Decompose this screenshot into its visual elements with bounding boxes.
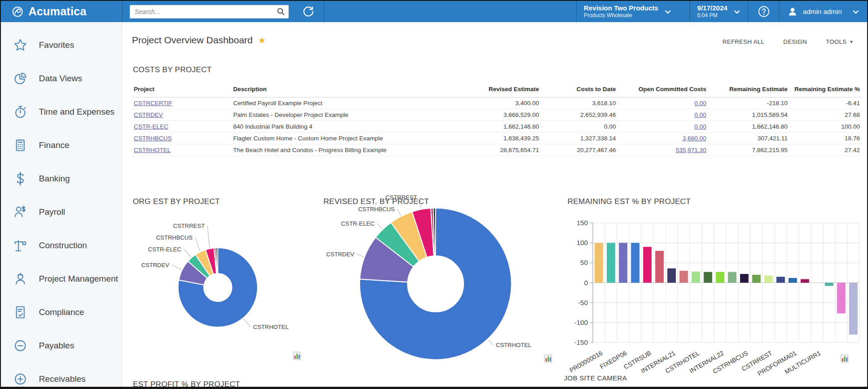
sidebar-item-payroll[interactable]: Payroll: [1, 195, 122, 229]
sidebar-item-payables[interactable]: Payables: [1, 329, 122, 362]
tenant-menu[interactable]: Revision Two Products Products Wholesale: [577, 1, 690, 22]
user-name: admin admin: [803, 8, 842, 15]
plus-circle-icon: [13, 371, 28, 387]
chart-type-icon[interactable]: [544, 354, 553, 363]
minus-circle-icon: [13, 338, 28, 353]
col-header-project: Project: [132, 83, 231, 97]
chart-type-icon[interactable]: [293, 352, 301, 361]
worker-icon: [13, 271, 28, 287]
svg-text:CSTRREST: CSTRREST: [173, 222, 205, 229]
sidebar-item-receivables[interactable]: Receivables: [1, 362, 122, 387]
svg-text:CSTRDEV: CSTRDEV: [326, 251, 354, 258]
tools-label: TOOLS: [826, 38, 847, 45]
calculator-icon: [13, 138, 28, 153]
help-button[interactable]: [748, 1, 779, 22]
table-row: CSTRCERTIFCertified Payroll Example Proj…: [132, 97, 862, 109]
user-menu[interactable]: admin admin: [779, 1, 867, 22]
svg-text:CSTRHOTEL: CSTRHOTEL: [496, 342, 531, 348]
project-link[interactable]: CSTRDEV: [134, 111, 163, 118]
svg-text:CSTR-ELEC: CSTR-ELEC: [341, 220, 375, 227]
table-row: CSTRHOTELThe Beach Hotel and Condos - Pr…: [132, 144, 862, 156]
tools-button[interactable]: TOOLS ▼: [826, 38, 854, 45]
revised-est-donut-chart[interactable]: CSTRHOTELCSTRDEVCSTR-ELECCSTRHBCUSCSTRRE…: [319, 203, 567, 370]
design-button[interactable]: DESIGN: [784, 38, 807, 45]
chevron-down-icon: ▼: [849, 40, 854, 44]
dashboard-content: Project Overview Dashboard ★ REFRESH ALL…: [122, 22, 867, 387]
svg-text:CSTRHBCUS: CSTRHBCUS: [156, 234, 192, 241]
col-header-costs-to-date: Costs to Date: [541, 83, 618, 97]
sidebar-item-data-views[interactable]: Data Views: [1, 62, 122, 95]
table-header-row: Project Description Revised Estimate Cos…: [132, 83, 862, 97]
clock-history-icon: [302, 5, 314, 18]
search-input[interactable]: [130, 5, 289, 19]
col-header-remaining-estimate: Remaining Estimate: [708, 83, 789, 97]
sidebar-item-label: Payables: [39, 341, 74, 351]
col-header-revised-estimate: Revised Estimate: [430, 83, 541, 97]
tenant-sub: Products Wholesale: [584, 12, 658, 19]
chevron-down-icon: [853, 8, 859, 16]
sidebar-item-label: Banking: [39, 174, 70, 184]
sidebar-item-label: Construction: [39, 241, 87, 250]
remaining-est-bar-chart[interactable]: 150100500-50-100-150PR00000016FIXEDP06CS…: [565, 199, 868, 389]
tenant-name: Revision Two Products: [584, 4, 658, 13]
org-est-donut-chart[interactable]: CSTRHOTELCSTRDEVCSTR-ELECCSTRHBCUSCSTRRE…: [126, 204, 315, 352]
sidebar-item-label: Time and Expenses: [39, 107, 114, 117]
sidebar-item-favorites[interactable]: Favorites: [1, 28, 122, 62]
open-committed-link[interactable]: 3,680.00: [682, 135, 706, 142]
open-committed-link[interactable]: 535,971.30: [676, 147, 706, 153]
dollar-icon: [13, 171, 28, 186]
sidebar-item-construction[interactable]: Construction: [1, 229, 122, 262]
refresh-all-button[interactable]: REFRESH ALL: [723, 38, 765, 45]
open-committed-link[interactable]: 0.00: [694, 100, 706, 107]
costs-widget-title: COSTS BY PROJECT: [133, 65, 212, 74]
table-row: CSTR-ELEC840 Industrial Park Building 41…: [132, 120, 862, 132]
sidebar-item-time-and-expenses[interactable]: Time and Expenses: [1, 95, 122, 129]
sidebar-item-label: Favorites: [39, 40, 74, 50]
sidebar: Favorites Data Views Time and Expenses: [1, 22, 122, 387]
svg-text:CSTRHBCUS: CSTRHBCUS: [358, 206, 395, 213]
open-committed-link[interactable]: 0.00: [694, 123, 706, 130]
business-date-menu[interactable]: 9/17/2024 5:04 PM: [690, 1, 748, 22]
table-row: CSTRHBCUSFlagler Custom Home - Custom Ho…: [132, 132, 862, 144]
business-time: 5:04 PM: [697, 12, 727, 19]
svg-text:-150: -150: [574, 338, 588, 346]
open-committed-link[interactable]: 0.00: [694, 111, 706, 118]
recent-history-button[interactable]: [292, 1, 324, 22]
business-date: 9/17/2024: [697, 4, 727, 13]
svg-text:CSTR-ELEC: CSTR-ELEC: [148, 246, 182, 253]
favorite-star-icon[interactable]: ★: [258, 35, 266, 46]
sidebar-item-label: Data Views: [39, 74, 82, 83]
project-link[interactable]: CSTRCERTIF: [134, 100, 172, 107]
crane-icon: [13, 238, 28, 253]
svg-text:CSTRDEV: CSTRDEV: [141, 262, 169, 269]
svg-text:CSTRREST: CSTRREST: [385, 194, 417, 201]
help-icon: [758, 5, 770, 18]
costs-by-project-table: Project Description Revised Estimate Cos…: [132, 83, 862, 156]
acumatica-logo[interactable]: Acumatica: [1, 1, 122, 22]
svg-text:CSTRHOTEL: CSTRHOTEL: [253, 324, 289, 330]
est-profit-widget-title: EST PROFIT % BY PROJECT: [133, 380, 240, 389]
chevron-down-icon: [665, 8, 671, 16]
topbar-divider: [324, 1, 324, 22]
svg-text:-100: -100: [574, 319, 588, 326]
sidebar-item-label: Finance: [39, 140, 70, 150]
project-link[interactable]: CSTRHOTEL: [134, 147, 171, 153]
project-link[interactable]: CSTR-ELEC: [134, 123, 169, 130]
topbar-divider: [122, 1, 122, 22]
job-site-camera-title: JOB SITE CAMERA: [564, 374, 627, 382]
table-row: CSTRDEVPalm Estates - Developer Project …: [132, 109, 862, 120]
sidebar-item-finance[interactable]: Finance: [1, 129, 122, 162]
star-icon: [13, 37, 28, 53]
document-check-icon: [13, 305, 28, 320]
svg-text:50: 50: [580, 259, 588, 266]
sidebar-item-label: Compliance: [39, 307, 84, 317]
sidebar-item-compliance[interactable]: Compliance: [1, 296, 122, 329]
project-link[interactable]: CSTRHBCUS: [134, 135, 172, 142]
search-icon[interactable]: [277, 7, 285, 18]
page-title: Project Overview Dashboard: [132, 35, 253, 46]
sidebar-item-project-management[interactable]: Project Management: [1, 262, 122, 296]
svg-text:100: 100: [577, 239, 588, 246]
sidebar-item-banking[interactable]: Banking: [1, 162, 122, 195]
sidebar-item-label: Project Management: [39, 274, 118, 284]
chart-type-icon[interactable]: [840, 354, 849, 363]
